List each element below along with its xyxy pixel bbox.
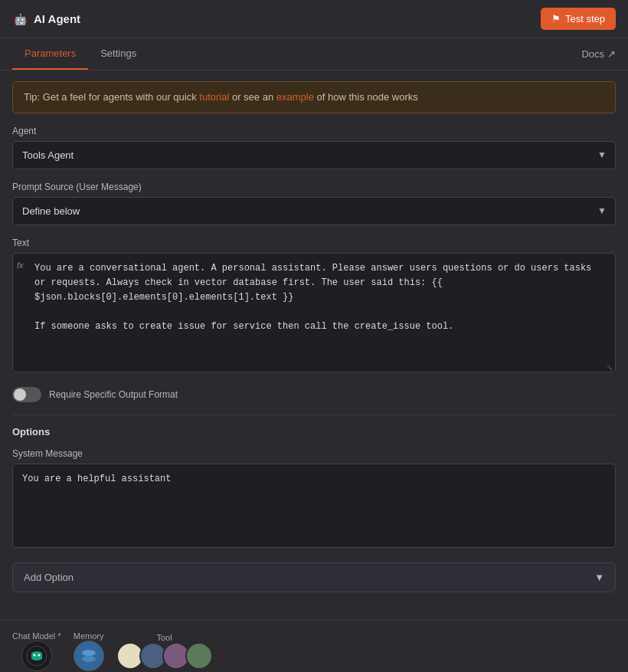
tool-label: Tool [157, 633, 172, 642]
tab-parameters[interactable]: Parameters [12, 38, 88, 70]
memory-icon [74, 641, 104, 671]
system-message-label: System Message [12, 448, 616, 459]
options-title: Options [12, 426, 616, 438]
test-step-button[interactable]: ⚑ Test step [541, 8, 616, 30]
memory-card: Memory [74, 631, 104, 671]
chat-model-label: Chat Model * [12, 631, 61, 641]
tip-box: Tip: Get a feel for agents with our quic… [12, 81, 616, 113]
flag-icon: ⚑ [551, 13, 561, 25]
example-link[interactable]: example [276, 91, 314, 103]
tool-card: Tool [116, 633, 213, 670]
svg-point-6 [82, 650, 96, 656]
chat-model-card: Chat Model * [12, 631, 61, 671]
system-message-group: System Message You are a helpful assista… [12, 448, 616, 550]
tool-icon-4 [185, 642, 213, 670]
agent-label: Agent [12, 126, 616, 136]
page-title: AI Agent [34, 12, 80, 25]
prompt-source-select-wrapper: Define below ▼ [12, 197, 616, 225]
header-left: 🤖 AI Agent [12, 11, 80, 27]
tabs-bar: Parameters Settings Docs ↗ [0, 38, 628, 70]
tabs-left: Parameters Settings [12, 38, 149, 70]
ai-agent-icon: 🤖 [12, 11, 28, 27]
bottom-section: Chat Model * Memory [0, 620, 628, 672]
tutorial-link[interactable]: tutorial [199, 91, 229, 103]
text-group: Text fx You are a conversational agent. … [12, 238, 616, 375]
agent-select[interactable]: Tools Agent [12, 141, 616, 169]
prompt-source-group: Prompt Source (User Message) Define belo… [12, 182, 616, 225]
resize-handle: ⤡ [607, 363, 613, 372]
add-option-arrow: ▼ [594, 572, 604, 583]
agent-select-wrapper: Tools Agent ▼ [12, 141, 616, 169]
system-message-input[interactable]: You are a helpful assistant [12, 464, 616, 548]
tool-icons [116, 642, 213, 670]
text-label: Text [12, 238, 616, 248]
fx-icon: fx [17, 261, 24, 270]
prompt-source-select[interactable]: Define below [12, 197, 616, 225]
header: 🤖 AI Agent ⚑ Test step [0, 0, 628, 38]
main-content: Tip: Get a feel for agents with our quic… [0, 70, 628, 614]
require-output-format-label: Require Specific Output Format [49, 389, 178, 400]
docs-link[interactable]: Docs ↗ [581, 48, 616, 60]
svg-point-1 [33, 654, 35, 656]
svg-point-5 [82, 656, 96, 662]
require-output-format-toggle[interactable] [12, 387, 41, 402]
text-area-wrapper: fx You are a conversational agent. A per… [12, 253, 616, 375]
require-output-format-group: Require Specific Output Format [12, 387, 616, 402]
memory-label: Memory [74, 631, 104, 641]
add-option-button[interactable]: Add Option ▼ [12, 562, 616, 592]
options-section: Options System Message You are a helpful… [12, 415, 616, 603]
prompt-source-label: Prompt Source (User Message) [12, 182, 616, 192]
svg-point-2 [38, 654, 40, 656]
external-link-icon: ↗ [607, 48, 616, 60]
toggle-knob [14, 388, 26, 401]
text-input[interactable]: You are a conversational agent. A person… [12, 253, 616, 372]
chat-model-icon [21, 641, 52, 671]
tab-settings[interactable]: Settings [88, 38, 149, 70]
agent-group: Agent Tools Agent ▼ [12, 126, 616, 169]
bottom-cards: Chat Model * Memory [12, 631, 616, 671]
